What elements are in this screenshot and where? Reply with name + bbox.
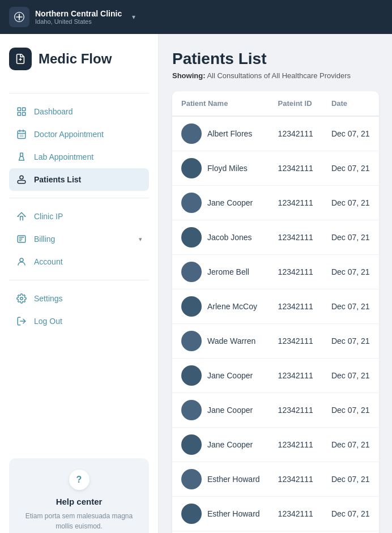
- patient-date: Dec 07, 21: [322, 497, 379, 531]
- patient-id: 12342111: [269, 255, 322, 289]
- sidebar-item-billing[interactable]: Billing ▾: [9, 228, 149, 250]
- patient-avatar: [181, 400, 202, 420]
- table-row[interactable]: Jane Cooper 12342111Dec 07, 21: [172, 359, 379, 393]
- table-row[interactable]: Jacob Jones 12342111Dec 07, 21: [172, 220, 379, 255]
- lab-icon: [16, 151, 27, 163]
- sidebar-logo: Medic Flow: [9, 48, 149, 70]
- patient-id: 12342111: [269, 151, 322, 186]
- patient-name: Esther Howard: [207, 475, 260, 484]
- patient-name-cell: Esther Howard: [172, 497, 269, 531]
- col-patient-name: Patient Name: [172, 91, 269, 116]
- sidebar-item-doctor-appointment[interactable]: Doctor Appointment: [9, 123, 149, 146]
- svg-point-6: [20, 176, 23, 179]
- patient-date: Dec 07, 21: [322, 255, 379, 289]
- table-row[interactable]: Jane Cooper 12342111Dec 07, 21: [172, 186, 379, 220]
- sidebar-item-clinic-ip[interactable]: Clinic IP: [9, 205, 149, 228]
- person-icon: [16, 174, 27, 185]
- patient-name-cell: Esther Howard: [172, 462, 269, 497]
- table-row[interactable]: Esther Howard 12342111Dec 07, 21: [172, 462, 379, 497]
- patient-name: Floyd Miles: [207, 164, 248, 173]
- showing-text: Showing: All Consultations of All Health…: [172, 71, 378, 80]
- sidebar-item-label-dashboard: Dashboard: [34, 107, 73, 116]
- sidebar-divider-1: [9, 93, 149, 93]
- billing-icon: [16, 233, 27, 245]
- patient-id: 12342111: [269, 393, 322, 428]
- clinic-location: Idaho, United States: [35, 18, 122, 25]
- table-row[interactable]: Jane Cooper 12342111Dec 07, 21: [172, 428, 379, 462]
- table-row[interactable]: Jane Cooper 12342111Dec 07, 21: [172, 531, 379, 534]
- home-icon: [16, 211, 27, 222]
- table-row[interactable]: Albert Flores 12342111Dec 07, 21: [172, 116, 379, 151]
- billing-chevron-icon: ▾: [139, 236, 142, 243]
- nav-group-3: Settings Log Out: [9, 287, 149, 332]
- sidebar-item-label-doctor-appointment: Doctor Appointment: [34, 130, 104, 139]
- clinic-selector[interactable]: Northern Central Clinic Idaho, United St…: [9, 7, 135, 27]
- patient-id: 12342111: [269, 289, 322, 324]
- logo-text: Medic Flow: [39, 51, 112, 67]
- patient-avatar: [181, 123, 202, 144]
- sidebar-divider-3: [9, 280, 149, 280]
- showing-value: All Consultations of All Healthcare Prov…: [207, 71, 351, 80]
- patient-avatar: [181, 296, 202, 317]
- patient-avatar: [181, 365, 202, 386]
- table-header: Patient Name Pateint ID Date: [172, 91, 379, 116]
- patient-name: Jacob Jones: [207, 233, 252, 242]
- clinic-info: Northern Central Clinic Idaho, United St…: [35, 9, 122, 25]
- patient-id: 12342111: [269, 428, 322, 462]
- patient-name: Jane Cooper: [207, 406, 253, 415]
- svg-point-10: [20, 297, 23, 300]
- svg-rect-2: [23, 108, 25, 110]
- help-title: Help center: [18, 497, 140, 506]
- table-row[interactable]: Arlene McCoy 12342111Dec 07, 21: [172, 289, 379, 324]
- patient-id: 12342111: [269, 462, 322, 497]
- patient-name-cell: Jerome Bell: [172, 255, 269, 289]
- patients-table: Patient Name Pateint ID Date Albert Flor…: [172, 91, 379, 533]
- patient-date: Dec 07, 21: [322, 289, 379, 324]
- patient-avatar: [181, 262, 202, 282]
- sidebar-item-settings[interactable]: Settings: [9, 287, 149, 310]
- sidebar-item-patients-list[interactable]: Patients List: [9, 168, 149, 191]
- table-row[interactable]: Jerome Bell 12342111Dec 07, 21: [172, 255, 379, 289]
- patient-avatar: [181, 504, 202, 524]
- calendar-icon: [16, 129, 27, 140]
- patient-date: Dec 07, 21: [322, 531, 379, 534]
- patient-name: Arlene McCoy: [207, 302, 257, 311]
- help-description: Etiam porta sem malesuada magna mollis e…: [18, 511, 140, 531]
- sidebar-item-logout[interactable]: Log Out: [9, 310, 149, 332]
- patient-name-cell: Floyd Miles: [172, 151, 269, 186]
- col-date: Date: [322, 91, 379, 116]
- clinic-chevron-down-icon: ▾: [132, 13, 135, 21]
- patient-name-cell: Jane Cooper: [172, 359, 269, 393]
- patient-date: Dec 07, 21: [322, 186, 379, 220]
- patient-avatar: [181, 469, 202, 489]
- sidebar-item-dashboard[interactable]: Dashboard: [9, 100, 149, 123]
- table-row[interactable]: Esther Howard 12342111Dec 07, 21: [172, 497, 379, 531]
- sidebar-item-account[interactable]: Account: [9, 250, 149, 273]
- patient-avatar: [181, 331, 202, 351]
- patient-name: Esther Howard: [207, 509, 260, 518]
- patient-id: 12342111: [269, 186, 322, 220]
- patient-name-cell: Jane Cooper: [172, 186, 269, 220]
- patient-name-cell: Jacob Jones: [172, 220, 269, 255]
- patient-name-cell: Jane Cooper: [172, 428, 269, 462]
- help-icon: ?: [69, 470, 90, 490]
- nav-group-2: Clinic IP Billing ▾ Account: [9, 205, 149, 273]
- sidebar-item-lab-appointment[interactable]: Lab Appointment: [9, 146, 149, 168]
- patient-name-cell: Albert Flores: [172, 116, 269, 151]
- patient-id: 12342111: [269, 497, 322, 531]
- table-row[interactable]: Floyd Miles 12342111Dec 07, 21: [172, 151, 379, 186]
- clinic-icon: [9, 7, 29, 27]
- patient-name: Wade Warren: [207, 336, 255, 346]
- patient-avatar: [181, 227, 202, 248]
- patient-name-cell: Arlene McCoy: [172, 289, 269, 324]
- main-content: Patients List Showing: All Consultations…: [159, 34, 392, 533]
- sidebar-item-label-clinic-ip: Clinic IP: [34, 212, 63, 221]
- patient-date: Dec 07, 21: [322, 428, 379, 462]
- patient-name-cell: Jane Cooper: [172, 393, 269, 428]
- patient-avatar: [181, 434, 202, 455]
- patient-name: Jane Cooper: [207, 198, 253, 207]
- col-patient-id: Pateint ID: [269, 91, 322, 116]
- table-row[interactable]: Jane Cooper 12342111Dec 07, 21: [172, 393, 379, 428]
- table-row[interactable]: Wade Warren 12342111Dec 07, 21: [172, 324, 379, 359]
- patient-id: 12342111: [269, 531, 322, 534]
